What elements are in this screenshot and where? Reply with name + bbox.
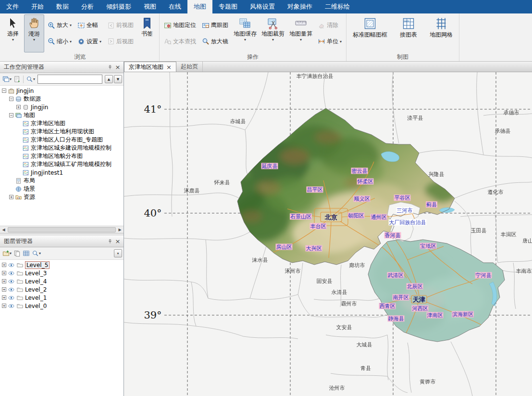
menu-tab-视图[interactable]: 视图 <box>137 0 162 13</box>
ribbon-button-地图裁剪[interactable]: 地图裁剪▾ <box>260 14 286 52</box>
visibility-eye-icon[interactable] <box>8 270 15 277</box>
map-viewport[interactable]: 41°40°39° <box>124 72 532 396</box>
tree-item-京津地区城乡建设用地规模控制[interactable]: 京津地区城乡建设用地规模控制 <box>0 144 124 152</box>
close-icon[interactable]: × <box>114 64 122 71</box>
workspace-panel-header: 工作空间管理器 × <box>0 62 124 73</box>
layer-item-label: Level_3 <box>25 270 47 277</box>
menu-tab-对象操作[interactable]: 对象操作 <box>281 0 319 13</box>
menu-tab-地图[interactable]: 地图 <box>187 0 212 13</box>
tree-item-Jingjin[interactable]: −Jingjin <box>0 87 124 95</box>
pin-icon[interactable] <box>106 64 114 71</box>
ribbon-button-选择[interactable]: 选择▾ <box>3 14 23 52</box>
ribbon-button-地图网格[interactable]: 地图网格 <box>425 14 457 52</box>
ribbon-button-放大[interactable]: 放大▾ <box>45 20 74 30</box>
close-icon[interactable]: × <box>114 238 122 245</box>
tree-item-场景[interactable]: 场景 <box>0 185 124 193</box>
tree-item-Jingjin[interactable]: +Jingjin <box>0 103 124 111</box>
workspace-switch-button[interactable]: ▾ <box>1 75 12 84</box>
tree-item-京津地区地貌分布图[interactable]: 京津地区地貌分布图 <box>0 152 124 160</box>
ribbon-button-单位[interactable]: 单位▾ <box>315 37 344 47</box>
tree-item-布局[interactable]: 布局 <box>0 177 124 185</box>
layer-item-Level_2[interactable]: +Level_2 <box>0 285 124 294</box>
map-tab-京津地区地图[interactable]: 京津地区地图× <box>124 62 176 72</box>
visibility-eye-icon[interactable] <box>8 278 15 285</box>
menu-tab-数据[interactable]: 数据 <box>50 0 75 13</box>
visibility-eye-icon[interactable] <box>8 286 15 293</box>
scroll-left-icon[interactable]: ◀ <box>0 228 7 232</box>
horizontal-scrollbar[interactable]: ◀ ▶ <box>0 226 124 233</box>
close-icon[interactable]: × <box>166 64 172 70</box>
zoom-in-icon <box>48 22 55 29</box>
menu-tab-风格设置[interactable]: 风格设置 <box>244 0 281 13</box>
menu-tab-倾斜摄影[interactable]: 倾斜摄影 <box>100 0 137 13</box>
tree-item-地图[interactable]: −地图 <box>0 111 124 119</box>
layer-item-Level_5[interactable]: +Level_5 <box>0 261 124 269</box>
expand-toggle[interactable]: + <box>2 263 6 267</box>
menu-tab-专题图[interactable]: 专题图 <box>212 0 244 13</box>
layer-item-Level_4[interactable]: +Level_4 <box>0 277 124 285</box>
tree-item-京津地区城镇工矿用地规模控制[interactable]: 京津地区城镇工矿用地规模控制 <box>0 160 124 168</box>
tree-item-京津地区人口分布图_专题图[interactable]: 京津地区人口分布图_专题图 <box>0 136 124 144</box>
expand-toggle[interactable]: − <box>9 97 13 101</box>
layer-item-Level_3[interactable]: +Level_3 <box>0 269 124 277</box>
ribbon-button-全幅[interactable]: 全幅 <box>75 20 104 30</box>
expand-toggle[interactable]: + <box>2 271 6 275</box>
expand-toggle[interactable]: + <box>9 195 13 199</box>
visibility-eye-icon[interactable] <box>8 262 15 268</box>
ribbon-button-缩小[interactable]: 缩小▾ <box>45 37 74 47</box>
expand-toggle[interactable]: + <box>2 295 6 300</box>
ribbon-button-设置[interactable]: 设置▾ <box>75 37 104 47</box>
menu-tab-开始[interactable]: 开始 <box>25 0 50 13</box>
attribute-table-button[interactable] <box>22 249 31 258</box>
expand-toggle[interactable]: + <box>2 304 6 308</box>
ribbon-button-接图表[interactable]: Gc5接图表 <box>393 14 424 52</box>
map-icon <box>22 145 29 152</box>
visibility-eye-icon[interactable] <box>8 303 15 309</box>
tree-item-资源[interactable]: +资源 <box>0 193 124 201</box>
export-button[interactable] <box>12 75 22 84</box>
ribbon-group-label: 操作 <box>161 52 344 61</box>
menu-tab-在线[interactable]: 在线 <box>162 0 187 13</box>
layer-toolbar-overflow-button[interactable]: ▾ <box>114 249 122 257</box>
scrollbar-thumb[interactable] <box>8 227 116 232</box>
ribbon-button-地图量算[interactable]: 地图量算▾ <box>287 14 314 52</box>
tree-item-数据源[interactable]: −数据源 <box>0 95 124 103</box>
pin-icon[interactable] <box>106 238 114 245</box>
tree-item-Jingjintest1[interactable]: Jingjintest1 <box>0 168 124 177</box>
ribbon-button-地图定位[interactable]: 地图定位 <box>161 20 198 30</box>
layer-item-Level_0[interactable]: +Level_0 <box>0 302 124 310</box>
tree-item-label: 数据源 <box>24 95 41 103</box>
expand-toggle[interactable]: + <box>2 279 6 283</box>
move-down-button[interactable]: ▼ <box>114 75 122 83</box>
add-layer-button[interactable]: ▾ <box>1 249 12 258</box>
expand-toggle[interactable]: + <box>16 105 21 109</box>
ribbon-button-地图缓存[interactable]: 地图缓存▾ <box>232 14 259 52</box>
expand-toggle[interactable]: − <box>2 89 6 93</box>
map-canvas[interactable]: 41°40°39° <box>124 72 532 396</box>
move-up-button[interactable]: ▲ <box>105 75 113 83</box>
copy-layer-button[interactable] <box>12 249 22 258</box>
search-button[interactable]: ▾ <box>25 75 36 84</box>
tree-item-京津地区土地利用现状图[interactable]: 京津地区土地利用现状图 <box>0 128 124 136</box>
expand-toggle[interactable]: + <box>2 287 6 292</box>
ribbon-button-漫游[interactable]: 漫游▾ <box>24 14 44 52</box>
visibility-eye-icon[interactable] <box>8 294 15 301</box>
scroll-right-icon[interactable]: ▶ <box>116 228 124 232</box>
layer-search-button[interactable]: ▾ <box>31 249 42 258</box>
ribbon-button-鹰眼图[interactable]: 鹰眼图 <box>199 20 231 30</box>
map-icon <box>22 137 29 143</box>
map-clip-icon <box>267 17 279 29</box>
menu-tab-二维标绘[interactable]: 二维标绘 <box>319 0 356 13</box>
tree-item-京津地区地图[interactable]: 京津地区地图 <box>0 119 124 128</box>
menu-tab-文件[interactable]: 文件 <box>0 0 25 13</box>
menu-tab-分析[interactable]: 分析 <box>75 0 100 13</box>
ribbon-button-放大镜[interactable]: 放大镜 <box>199 37 231 47</box>
scene-icon <box>15 186 22 192</box>
layer-list: +Level_5+Level_3+Level_4+Level_2+Level_1… <box>0 260 124 396</box>
layer-item-Level_1[interactable]: +Level_1 <box>0 294 124 302</box>
map-tab-起始页[interactable]: 起始页 <box>176 62 203 72</box>
ribbon-button-书签[interactable]: 书签 <box>137 14 157 52</box>
workspace-search-input[interactable] <box>37 75 102 84</box>
ribbon-button-标准图幅图框[interactable]: 标准图幅图框 <box>348 14 392 52</box>
expand-toggle[interactable]: − <box>9 113 13 117</box>
